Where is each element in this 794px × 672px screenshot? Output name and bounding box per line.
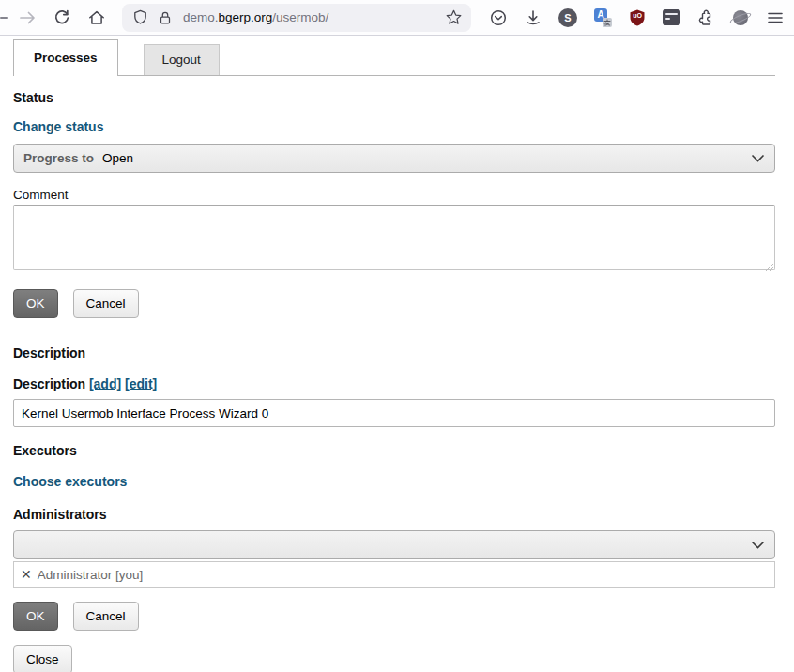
pocket-icon[interactable]: [489, 8, 508, 27]
status-buttons: OK Cancel: [13, 289, 775, 318]
administrators-select[interactable]: [13, 530, 775, 559]
tab-bar-rest: Logout: [118, 36, 775, 76]
toolbar-extensions: S A uO: [489, 8, 785, 27]
url-path: /usermob/: [272, 10, 328, 24]
status-select[interactable]: Progress to Open: [13, 144, 775, 173]
status-select-label: Progress to: [23, 151, 94, 165]
comment-textarea[interactable]: [13, 205, 775, 270]
chevron-down-icon: [751, 541, 765, 549]
reload-icon[interactable]: [53, 8, 71, 27]
tab-logout[interactable]: Logout: [144, 44, 220, 75]
download-icon[interactable]: [524, 8, 542, 27]
description-input[interactable]: [13, 399, 775, 427]
url-text[interactable]: demo.bgerp.org/usermob/: [183, 10, 328, 24]
url-bar[interactable]: demo.bgerp.org/usermob/: [122, 4, 471, 32]
comment-textarea-wrap: [13, 205, 775, 274]
executors-heading: Executors: [13, 443, 775, 458]
member-name: Administrator [you]: [38, 568, 144, 582]
cancel-button[interactable]: Cancel: [73, 602, 139, 631]
browser-toolbar: demo.bgerp.org/usermob/ S A uO: [0, 0, 794, 36]
ublock-text: uO: [628, 12, 647, 19]
forward-icon[interactable]: [18, 8, 37, 27]
extension-s-icon[interactable]: S: [558, 8, 577, 27]
translate-sub-icon: [603, 18, 612, 27]
translate-icon[interactable]: A: [593, 8, 612, 27]
ublock-icon[interactable]: uO: [628, 8, 647, 27]
description-label: Description: [13, 376, 85, 391]
choose-executors-link[interactable]: Choose executors: [13, 474, 127, 489]
executors-buttons: OK Cancel: [13, 602, 775, 631]
administrator-member-row: ✕ Administrator [you]: [13, 561, 775, 588]
change-status-link[interactable]: Change status: [13, 119, 103, 134]
description-add-link[interactable]: [add]: [89, 376, 121, 391]
status-heading: Status: [13, 90, 775, 105]
back-icon[interactable]: [0, 17, 8, 19]
close-button[interactable]: Close: [13, 645, 72, 672]
lock-icon[interactable]: [156, 8, 175, 27]
chevron-down-icon: [751, 154, 765, 162]
description-label-row: Description [add] [edit]: [13, 376, 775, 391]
bookmark-star-icon[interactable]: [444, 8, 463, 27]
description-edit-link[interactable]: [edit]: [125, 376, 157, 391]
container-icon[interactable]: [663, 9, 680, 25]
home-icon[interactable]: [87, 8, 106, 27]
tab-bar: Processes Logout: [13, 36, 775, 76]
cancel-button[interactable]: Cancel: [73, 289, 139, 318]
description-heading: Description: [13, 345, 775, 360]
close-row: Close: [13, 645, 775, 672]
extensions-puzzle-icon[interactable]: [696, 8, 715, 27]
url-domain: bgerp.org: [219, 10, 273, 24]
url-prefix: demo.: [183, 10, 219, 24]
status-select-value: Open: [102, 151, 133, 165]
page-content: Processes Logout Status Change status Pr…: [0, 36, 794, 672]
tab-processes[interactable]: Processes: [13, 39, 118, 76]
planet-icon[interactable]: [731, 8, 750, 27]
administrators-heading: Administrators: [13, 507, 775, 522]
ok-button[interactable]: OK: [13, 602, 58, 631]
menu-hamburger-icon[interactable]: [766, 8, 785, 27]
ok-button[interactable]: OK: [13, 289, 58, 318]
remove-member-icon[interactable]: ✕: [21, 567, 32, 582]
comment-label: Comment: [13, 188, 775, 202]
shield-icon[interactable]: [130, 8, 149, 27]
